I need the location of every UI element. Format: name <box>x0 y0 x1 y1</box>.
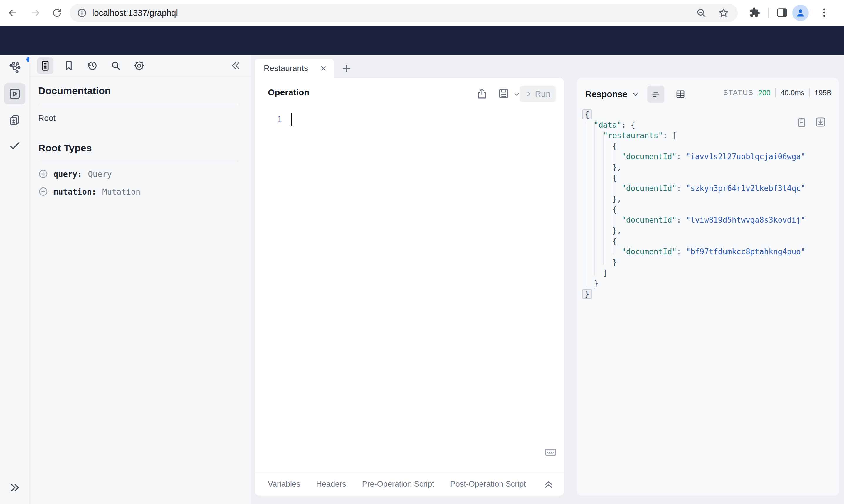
footer-tab-headers[interactable]: Headers <box>316 480 346 489</box>
editor-line-number: 1 <box>271 114 282 126</box>
status-label: STATUS <box>723 89 754 97</box>
zoom-out-icon[interactable] <box>696 7 707 18</box>
footer-tab-post-operation-script[interactable]: Post-Operation Script <box>450 480 526 489</box>
download-response-button[interactable] <box>815 116 826 128</box>
main-area: Documentation Root Root Types query:Quer… <box>0 55 844 504</box>
docs-history-button[interactable] <box>84 57 100 74</box>
toolbar-divider <box>768 7 769 18</box>
docs-documentation-tab-button[interactable] <box>37 57 53 74</box>
site-info-icon[interactable] <box>77 8 87 18</box>
forward-arrow-icon <box>30 7 40 18</box>
save-menu-chevron-icon[interactable] <box>513 91 520 97</box>
extensions-puzzle-icon[interactable] <box>748 6 761 19</box>
footer-tab-variables[interactable]: Variables <box>268 480 300 489</box>
response-json-code[interactable]: { "data": { "restaurants": [ { "document… <box>585 109 805 299</box>
json-line: "documentId": "bf97tfdumkcc8ptahkng4puo" <box>585 247 805 257</box>
bookmark-icon <box>63 60 74 72</box>
document-icon <box>39 59 51 72</box>
footer-expand-button[interactable] <box>543 478 554 490</box>
left-nav-rail <box>0 55 29 504</box>
url-text[interactable]: localhost:1337/graphql <box>92 8 696 18</box>
fold-toggle[interactable]: } <box>582 289 592 299</box>
docs-root-link[interactable]: Root <box>38 113 55 123</box>
editor-text-cursor[interactable] <box>291 113 292 126</box>
history-clock-icon <box>86 60 98 72</box>
json-line: } <box>585 278 805 289</box>
operation-panel: Operation Run 1 VariablesHeade <box>255 78 564 496</box>
side-panel-icon[interactable] <box>776 6 788 19</box>
json-line: "documentId": "lviw819d5htwvga8s3kovdij" <box>585 215 805 225</box>
run-play-icon <box>525 90 532 97</box>
expand-plus-circle-icon[interactable] <box>38 186 48 197</box>
graph-network-icon <box>8 61 21 74</box>
fold-toggle[interactable]: { <box>582 109 592 120</box>
plus-icon <box>341 63 352 74</box>
browser-back-button[interactable] <box>4 4 22 22</box>
browser-reload-button[interactable] <box>48 4 66 22</box>
docs-root-types-title: Root Types <box>38 142 239 154</box>
back-arrow-icon <box>7 7 18 18</box>
response-panel: Response STATUS 200 40.0ms 195B <box>577 78 839 496</box>
run-button[interactable]: Run <box>520 86 556 102</box>
docs-bookmarks-button[interactable] <box>61 57 77 74</box>
search-icon <box>110 60 122 72</box>
json-line: { <box>585 109 805 120</box>
docs-divider-2 <box>38 161 239 161</box>
browser-profile-avatar[interactable] <box>792 5 809 21</box>
gear-icon <box>133 60 145 72</box>
apollo-app-bar: A SANDBOX http://localhost:1337/gra... P… <box>0 26 844 55</box>
json-line: "restaurants": [ <box>585 130 805 141</box>
json-line: { <box>585 173 805 183</box>
browser-forward-button[interactable] <box>27 4 44 22</box>
browser-chrome: localhost:1337/graphql <box>0 0 844 26</box>
json-line: }, <box>585 225 805 236</box>
nav-schema-graph-button[interactable] <box>4 57 25 78</box>
operation-footer-bar: VariablesHeadersPre-Operation ScriptPost… <box>255 472 564 496</box>
browser-menu-kebab-icon[interactable] <box>819 7 830 18</box>
tab-close-icon[interactable] <box>320 65 327 72</box>
bookmark-star-icon[interactable] <box>718 7 729 18</box>
diff-documents-icon <box>8 113 21 127</box>
nav-explorer-button[interactable] <box>4 83 25 105</box>
response-json-area: { "data": { "restaurants": [ { "document… <box>581 109 836 492</box>
workspace: Restaurants Operation Run <box>252 55 844 504</box>
nav-checks-button[interactable] <box>4 135 25 156</box>
json-line: ] <box>585 268 805 278</box>
response-menu-chevron-icon[interactable] <box>632 90 640 98</box>
keyboard-icon <box>544 445 557 459</box>
json-line: { <box>585 204 805 215</box>
doc-field-query[interactable]: query:Query <box>38 169 239 179</box>
reload-icon <box>52 7 62 18</box>
address-bar[interactable]: localhost:1337/graphql <box>70 4 738 22</box>
response-table-view-button[interactable] <box>672 86 689 103</box>
save-operation-button[interactable] <box>498 87 510 100</box>
operation-tab-restaurants[interactable]: Restaurants <box>255 59 333 78</box>
explorer-play-square-icon <box>8 87 21 101</box>
new-tab-button[interactable] <box>340 62 353 75</box>
checkmark-icon <box>8 139 21 152</box>
json-line: "documentId": "szkyn3pr64r1v2lkebf3t4qc" <box>585 183 805 194</box>
docs-divider <box>38 104 239 104</box>
save-floppy-icon <box>498 87 510 100</box>
text-lines-view-icon <box>651 89 661 100</box>
doc-field-mutation[interactable]: mutation:Mutation <box>38 186 239 197</box>
docs-collapse-button[interactable] <box>228 59 241 72</box>
docs-settings-button[interactable] <box>131 57 148 74</box>
double-chevron-up-icon <box>543 478 554 490</box>
share-operation-button[interactable] <box>476 87 488 100</box>
double-chevron-right-icon <box>8 481 21 494</box>
response-duration: 40.0ms <box>780 89 805 97</box>
docs-search-button[interactable] <box>107 57 124 74</box>
json-line: { <box>585 141 805 151</box>
footer-tab-pre-operation-script[interactable]: Pre-Operation Script <box>362 480 434 489</box>
rail-expand-button[interactable] <box>4 477 25 498</box>
expand-plus-circle-icon[interactable] <box>38 169 48 179</box>
tab-title: Restaurants <box>264 64 320 73</box>
nav-changelog-button[interactable] <box>4 110 25 131</box>
double-chevron-left-icon <box>229 60 241 72</box>
docs-toolbar <box>29 55 252 77</box>
json-line: } <box>585 289 805 299</box>
share-export-icon <box>476 87 488 100</box>
response-json-view-button[interactable] <box>647 86 664 103</box>
keyboard-shortcuts-icon[interactable] <box>544 445 557 459</box>
